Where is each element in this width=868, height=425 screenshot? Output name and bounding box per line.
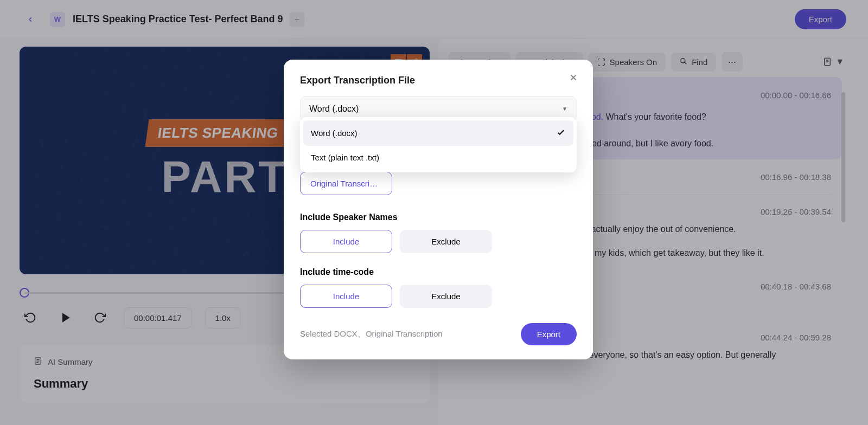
exclude-speaker-button[interactable]: Exclude — [400, 230, 492, 253]
exclude-timecode-button[interactable]: Exclude — [400, 285, 492, 308]
modal-footer-text: Selected DOCX、Original Transcription — [300, 329, 443, 339]
export-modal: Export Transcription File Word (.docx) ▼… — [284, 60, 593, 359]
modal-title: Export Transcription File — [300, 75, 577, 86]
chevron-down-icon: ▼ — [562, 106, 567, 112]
dropdown-option[interactable]: Word (.docx) — [303, 120, 573, 146]
include-timecode-button[interactable]: Include — [300, 285, 392, 308]
format-dropdown: Word (.docx) Text (plain text .txt) — [300, 117, 577, 172]
speaker-section-label: Include Speaker Names — [300, 212, 577, 222]
original-transcription-pill[interactable]: Original Transcripti… — [300, 172, 392, 195]
modal-overlay[interactable]: Export Transcription File Word (.docx) ▼… — [0, 0, 868, 425]
include-speaker-button[interactable]: Include — [300, 230, 392, 253]
close-button[interactable] — [566, 72, 581, 87]
dropdown-option[interactable]: Text (plain text .txt) — [303, 146, 573, 169]
export-confirm-button[interactable]: Export — [521, 323, 577, 345]
check-icon — [556, 127, 566, 139]
timecode-section-label: Include time-code — [300, 267, 577, 277]
